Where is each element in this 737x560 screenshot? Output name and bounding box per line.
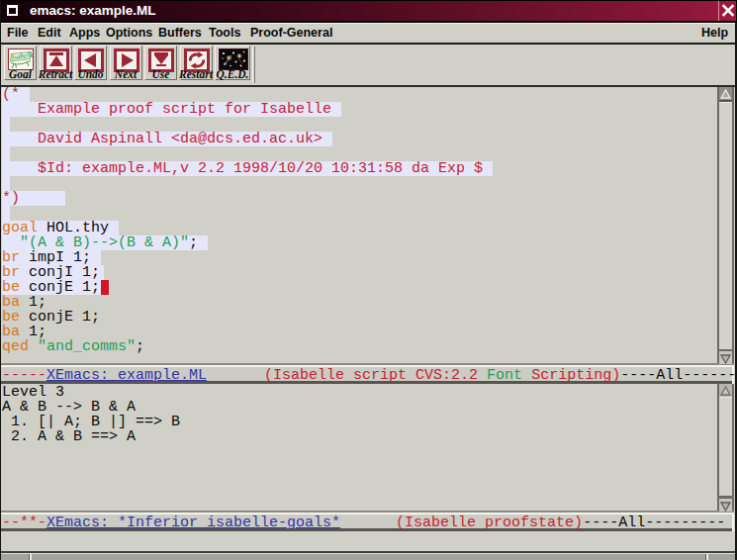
- svg-text:Isabelle: Isabelle: [10, 50, 33, 61]
